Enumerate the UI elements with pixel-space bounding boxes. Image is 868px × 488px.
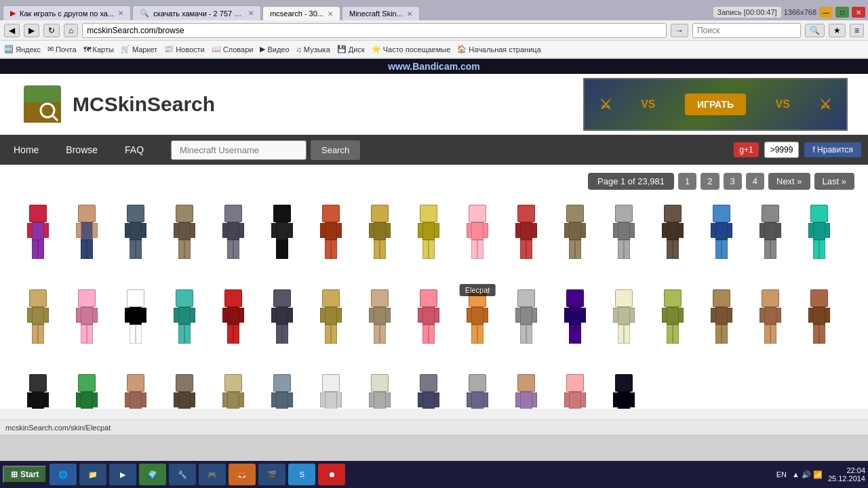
taskbar-item-skype[interactable]: S — [288, 464, 315, 485]
last-button[interactable]: Last » — [814, 173, 854, 190]
skin-item[interactable] — [795, 198, 844, 283]
skin-item[interactable] — [111, 367, 160, 409]
taskbar-item-rec[interactable]: ⏺ — [318, 464, 345, 485]
taskbar-item-earth[interactable]: 🌍 — [139, 464, 166, 485]
menu-button[interactable]: ≡ — [850, 24, 864, 37]
bookmark-music[interactable]: ♫ Музыка — [296, 45, 330, 54]
skin-item[interactable] — [160, 283, 209, 367]
skin-item[interactable] — [599, 198, 648, 283]
skin-item[interactable] — [14, 198, 62, 283]
tab-1[interactable]: ▶ Как играть с другом по ха... ✕ — [3, 5, 131, 20]
skin-item[interactable] — [62, 198, 111, 283]
skin-item[interactable] — [258, 198, 307, 283]
tab-4-close[interactable]: ✕ — [407, 10, 412, 18]
bookmark-star[interactable]: ★ — [829, 24, 846, 37]
taskbar-item-app1[interactable]: 🔧 — [169, 464, 196, 485]
skin-item[interactable] — [746, 283, 795, 367]
bookmark-market[interactable]: 🛒 Маркет — [121, 45, 157, 54]
skin-item[interactable] — [551, 367, 599, 409]
skin-item[interactable] — [307, 198, 355, 283]
bookmark-dict[interactable]: 📖 Словари — [212, 45, 254, 54]
skin-item[interactable] — [62, 283, 111, 367]
bookmark-maps[interactable]: 🗺 Карты — [83, 45, 114, 54]
gplus-button[interactable]: g+1 — [734, 142, 758, 157]
skin-item[interactable] — [697, 198, 746, 283]
fb-like-button[interactable]: f Нравится — [804, 142, 861, 157]
bookmark-disk[interactable]: 💾 Диск — [337, 45, 365, 54]
bookmark-news[interactable]: 📰 Новости — [164, 45, 205, 54]
skin-item[interactable] — [648, 283, 697, 367]
skin-item[interactable] — [209, 198, 258, 283]
skin-item[interactable] — [453, 367, 502, 409]
bookmark-mail[interactable]: ✉ Почта — [47, 45, 77, 54]
nav-browse[interactable]: Browse — [52, 135, 111, 165]
taskbar-item-ie[interactable]: 🌐 — [50, 464, 77, 485]
bookmark-video[interactable]: ▶ Видео — [260, 45, 289, 54]
skin-item[interactable] — [307, 367, 355, 409]
bookmark-yandex[interactable]: 🔤 Яндекс — [4, 45, 41, 54]
refresh-button[interactable]: ↻ — [43, 24, 60, 37]
skin-item[interactable] — [111, 283, 160, 367]
taskbar-item-media[interactable]: 🎬 — [258, 464, 285, 485]
search-submit[interactable]: 🔍 — [805, 24, 825, 37]
skin-item[interactable] — [746, 198, 795, 283]
bookmark-home[interactable]: 🏠 Начальная страница — [457, 45, 540, 54]
skin-item[interactable] — [648, 198, 697, 283]
nav-faq[interactable]: FAQ — [111, 135, 157, 165]
start-button[interactable]: ⊞ Start — [3, 466, 47, 483]
go-button[interactable]: → — [671, 24, 688, 37]
skin-item[interactable] — [502, 367, 551, 409]
skin-item[interactable] — [160, 367, 209, 409]
taskbar-item-folder[interactable]: 📁 — [79, 464, 106, 485]
skin-item[interactable] — [404, 198, 453, 283]
page-4-button[interactable]: 4 — [746, 173, 764, 190]
tab-4[interactable]: Minecraft Skin... ✕ — [342, 6, 420, 20]
skin-item[interactable] — [502, 283, 551, 367]
skin-item[interactable] — [551, 283, 599, 367]
skin-item[interactable] — [160, 198, 209, 283]
tab-1-close[interactable]: ✕ — [118, 9, 123, 17]
tab-3-close[interactable]: ✕ — [328, 10, 333, 18]
forward-button[interactable]: ▶ — [24, 24, 39, 37]
username-search-button[interactable]: Search — [311, 140, 360, 160]
skin-item[interactable] — [795, 283, 844, 367]
skin-item[interactable] — [258, 283, 307, 367]
tab-2[interactable]: 🔍 скачать хамачи - 2 757 ре... ✕ — [132, 5, 261, 20]
win-maximize[interactable]: □ — [835, 7, 849, 18]
ad-banner[interactable]: ⚔ VS ИГРАТЬ VS ⚔ — [583, 78, 848, 131]
page-2-button[interactable]: 2 — [701, 173, 719, 190]
win-close[interactable]: ✕ — [852, 7, 865, 18]
skin-item[interactable] — [404, 367, 453, 409]
taskbar-item-player[interactable]: ▶ — [109, 464, 136, 485]
browser-search[interactable] — [692, 23, 801, 38]
taskbar-item-firefox[interactable]: 🦊 — [229, 464, 256, 485]
skin-item[interactable] — [355, 283, 404, 367]
skin-item[interactable] — [209, 367, 258, 409]
page-1-button[interactable]: 1 — [678, 173, 696, 190]
tab-3[interactable]: mcsearch - 30... ✕ — [262, 6, 340, 20]
skin-item[interactable] — [599, 283, 648, 367]
skin-item[interactable] — [404, 283, 453, 367]
username-search-input[interactable] — [171, 140, 307, 160]
skin-item[interactable] — [355, 367, 404, 409]
skin-item[interactable] — [355, 198, 404, 283]
nav-home[interactable]: Home — [0, 135, 52, 165]
skin-item[interactable] — [111, 198, 160, 283]
skin-item[interactable] — [258, 367, 307, 409]
skin-item[interactable] — [307, 283, 355, 367]
back-button[interactable]: ◀ — [4, 24, 20, 37]
bookmark-frequent[interactable]: ⭐ Часто посещаемые — [372, 45, 451, 54]
skin-item[interactable] — [697, 283, 746, 367]
win-minimize[interactable]: — — [819, 7, 833, 18]
skin-item[interactable] — [14, 283, 62, 367]
skin-item[interactable] — [14, 367, 62, 409]
skin-item[interactable]: Elecpat — [453, 198, 502, 283]
skin-item[interactable] — [502, 198, 551, 283]
skin-item[interactable] — [209, 283, 258, 367]
home-button[interactable]: ⌂ — [64, 24, 78, 37]
next-button[interactable]: Next » — [768, 173, 810, 190]
address-bar[interactable] — [82, 23, 667, 38]
tab-2-close[interactable]: ✕ — [248, 9, 254, 17]
taskbar-item-app2[interactable]: 🎮 — [199, 464, 226, 485]
skin-item[interactable] — [599, 367, 648, 409]
